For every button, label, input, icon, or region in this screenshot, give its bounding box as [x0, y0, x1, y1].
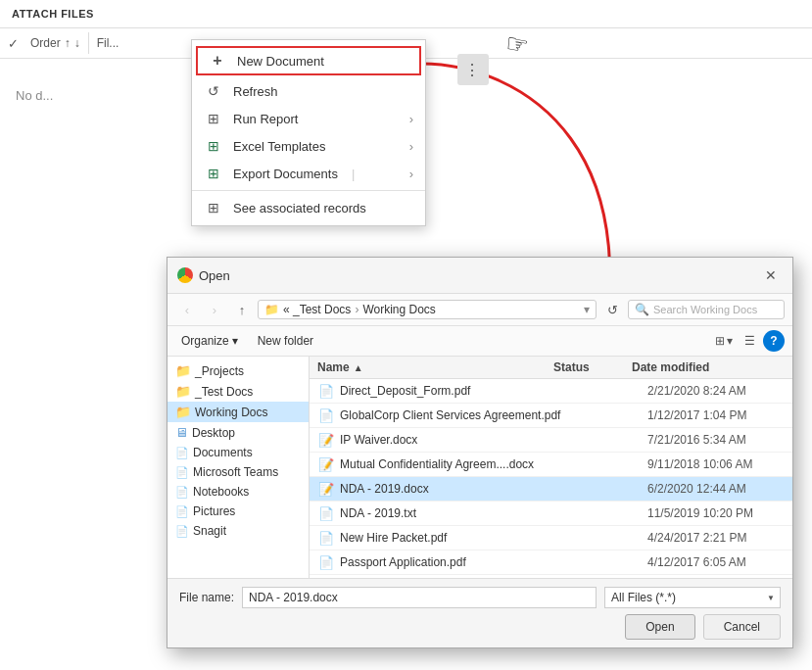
- see-associated-label: See associated records: [233, 201, 366, 215]
- organize-label: Organize: [181, 334, 229, 348]
- organize-button[interactable]: Organize ▾: [175, 331, 244, 351]
- folder-icon: 📄: [175, 466, 189, 479]
- file-row[interactable]: 📄 Direct_Deposit_Form.pdf 2/21/2020 8:24…: [310, 379, 792, 404]
- date-col-label: Date modified: [632, 360, 709, 374]
- folder-icon: 🖥: [175, 425, 188, 440]
- toolbar-right: ⊞ ▾ ☰ ?: [711, 330, 785, 352]
- nav-up-button[interactable]: ↑: [230, 298, 254, 321]
- submenu-arrow-excel: ›: [409, 139, 413, 154]
- tree-item-desktop[interactable]: 🖥 Desktop: [167, 422, 309, 443]
- menu-divider: [192, 190, 425, 191]
- folder-icon: 📁: [175, 405, 191, 419]
- search-box[interactable]: 🔍 Search Working Docs: [628, 300, 785, 319]
- file-name-input[interactable]: [242, 587, 597, 608]
- check-icon: ✓: [8, 36, 19, 51]
- menu-item-refresh[interactable]: ↺ Refresh: [192, 77, 425, 105]
- tree-item-notebooks[interactable]: 📄 Notebooks: [167, 482, 309, 502]
- menu-item-see-associated[interactable]: ⊞ See associated records: [192, 194, 425, 221]
- submenu-arrow-report: ›: [409, 112, 413, 126]
- tree-item-pictures[interactable]: 📄 Pictures: [167, 502, 309, 521]
- help-button[interactable]: ?: [763, 330, 785, 352]
- file-type-select[interactable]: All Files (*.*): [604, 587, 781, 608]
- col-date[interactable]: Date modified: [632, 360, 769, 374]
- no-docs-text: No d...: [16, 88, 53, 103]
- pipe-divider: |: [352, 167, 355, 181]
- breadcrumb-bar[interactable]: 📁 « _Test Docs › Working Docs ▾: [258, 300, 597, 319]
- file-row[interactable]: 📝 Mutual Confidentiality Agreem....docx …: [310, 453, 792, 477]
- folder-icon: 📄: [175, 525, 189, 538]
- file-name-row: File name: All Files (*.*): [179, 587, 781, 608]
- new-folder-button[interactable]: New folder: [252, 331, 319, 351]
- nav-forward-button[interactable]: ›: [203, 298, 226, 321]
- menu-item-new-document[interactable]: + New Document: [196, 46, 421, 75]
- tree-item-working-docs[interactable]: 📁 Working Docs: [167, 402, 309, 422]
- sort-up-icon: ↑: [65, 36, 71, 50]
- nav-back-button[interactable]: ‹: [175, 298, 199, 321]
- export-icon: ⊞: [204, 166, 223, 181]
- file-name-label: File name:: [179, 591, 234, 604]
- tree-item-ms-teams[interactable]: 📄 Microsoft Teams: [167, 462, 309, 482]
- submenu-arrow-export: ›: [409, 167, 413, 181]
- menu-item-run-report[interactable]: ⊞ Run Report ›: [192, 105, 425, 132]
- dialog-bottom-bar: File name: All Files (*.*) Open Cancel: [167, 578, 792, 647]
- file-name-text: IP Waiver.docx: [340, 433, 569, 447]
- file-col-label: Fil...: [97, 36, 119, 50]
- folder-icon: 📁: [175, 384, 191, 399]
- tree-item-documents[interactable]: 📄 Documents: [167, 443, 309, 462]
- refresh-label: Refresh: [233, 84, 278, 99]
- breadcrumb-dropdown-arrow: ▾: [584, 303, 590, 316]
- plus-icon: +: [208, 52, 227, 70]
- col-status[interactable]: Status: [553, 360, 632, 374]
- pdf-file-icon: 📄: [317, 529, 335, 547]
- view-toggle-button[interactable]: ⊞ ▾: [711, 332, 737, 350]
- more-options-button[interactable]: ⋮: [457, 54, 489, 85]
- dialog-toolbar: Organize ▾ New folder ⊞ ▾ ☰ ?: [167, 326, 792, 357]
- dialog-nav-bar: ‹ › ↑ 📁 « _Test Docs › Working Docs ▾ ↺ …: [167, 294, 792, 326]
- file-date-text: 4/12/2017 6:05 AM: [647, 555, 785, 569]
- context-menu: + New Document ↺ Refresh ⊞ Run Report › …: [191, 39, 426, 226]
- file-row-nda[interactable]: 📝 NDA - 2019.docx 6/2/2020 12:44 AM: [310, 477, 792, 502]
- file-name-text: NDA - 2019.txt: [340, 506, 569, 520]
- word-file-icon: 📝: [317, 480, 335, 498]
- file-list-area: Name ▲ Status Date modified 📄 Direct_Dep…: [310, 357, 792, 578]
- tree-label: Pictures: [193, 504, 235, 518]
- dialog-close-button[interactable]: ✕: [759, 263, 783, 287]
- file-list-header: Name ▲ Status Date modified: [310, 357, 792, 379]
- cancel-button[interactable]: Cancel: [703, 614, 781, 640]
- breadcrumb-part2: Working Docs: [362, 303, 435, 316]
- tree-item-projects[interactable]: 📁 _Projects: [167, 360, 309, 381]
- export-documents-label: Export Documents: [233, 167, 338, 181]
- preview-button[interactable]: ☰: [740, 332, 759, 350]
- order-column[interactable]: Order ↑ ↓: [23, 32, 89, 54]
- file-row[interactable]: 📄 Passport Application.pdf 4/12/2017 6:0…: [310, 550, 792, 575]
- tree-label: Desktop: [192, 426, 235, 440]
- file-row[interactable]: 📄 New Hire Packet.pdf 4/24/2017 2:21 PM: [310, 526, 792, 550]
- nav-refresh-button[interactable]: ↺: [600, 298, 624, 321]
- dialog-title-text: Open: [199, 268, 230, 283]
- more-dots-icon: ⋮: [464, 61, 482, 79]
- refresh-icon: ↺: [204, 83, 223, 99]
- folder-tree: 📁 _Projects 📁 _Test Docs 📁 Working Docs …: [167, 357, 310, 578]
- view-dropdown-icon: ▾: [727, 334, 733, 348]
- pdf-file-icon: 📄: [317, 382, 335, 400]
- folder-icon: 📄: [175, 505, 189, 518]
- folder-icon: 📄: [175, 447, 189, 459]
- file-row[interactable]: 📝 IP Waiver.docx 7/21/2016 5:34 AM: [310, 428, 792, 453]
- file-row[interactable]: 📄 GlobalCorp Client Services Agreement.p…: [310, 404, 792, 428]
- dialog-body: 📁 _Projects 📁 _Test Docs 📁 Working Docs …: [167, 357, 792, 578]
- col-name[interactable]: Name ▲: [317, 360, 553, 374]
- menu-item-excel-templates[interactable]: ⊞ Excel Templates ›: [192, 132, 425, 160]
- file-row[interactable]: 📄 NDA - 2019.txt 11/5/2019 10:20 PM: [310, 502, 792, 526]
- tree-item-snagit[interactable]: 📄 Snagit: [167, 521, 309, 541]
- tree-label: Documents: [193, 446, 253, 459]
- dialog-title-area: Open: [177, 267, 230, 283]
- word-file-icon: 📝: [317, 431, 335, 449]
- tree-item-test-docs[interactable]: 📁 _Test Docs: [167, 381, 309, 402]
- name-col-label: Name: [317, 360, 350, 374]
- tree-label: _Test Docs: [195, 385, 253, 399]
- open-button[interactable]: Open: [625, 614, 694, 640]
- status-col-label: Status: [553, 360, 590, 374]
- file-type-wrapper: All Files (*.*): [604, 587, 781, 608]
- file-name-text: Passport Application.pdf: [340, 555, 569, 569]
- menu-item-export-documents[interactable]: ⊞ Export Documents | ›: [192, 160, 425, 187]
